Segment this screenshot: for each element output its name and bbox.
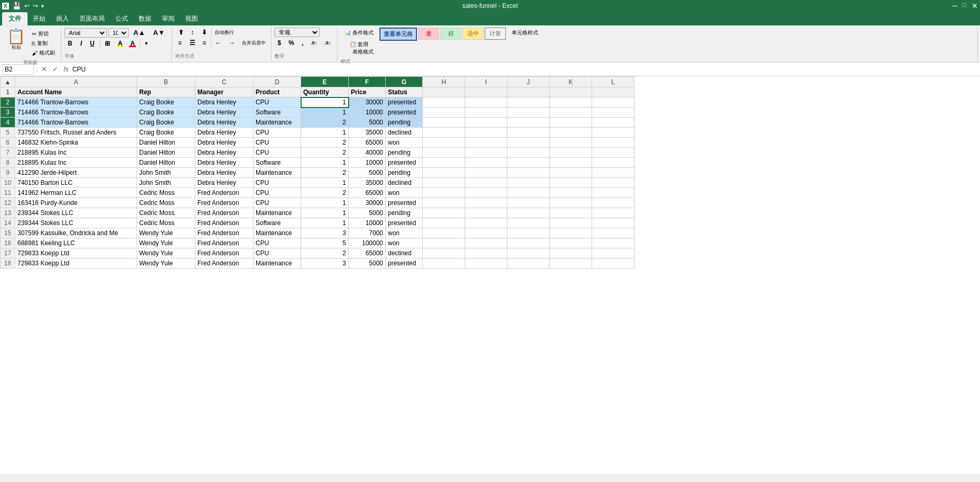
cell-11-f[interactable]: 65000 [349, 188, 386, 198]
cell-14-a[interactable]: 239344 Stokes LLC [15, 218, 137, 228]
cell-18-h[interactable] [423, 258, 465, 269]
cell-12-j[interactable] [507, 198, 550, 208]
cell-11-g[interactable]: won [386, 188, 423, 198]
tab-home[interactable]: 开始 [28, 12, 51, 25]
col-header-j[interactable]: J [507, 77, 550, 87]
cell-6-g[interactable]: won [386, 138, 423, 148]
cell-5-l[interactable] [592, 128, 634, 138]
cell-2-d[interactable]: CPU [253, 97, 301, 108]
cancel-icon[interactable]: ✕ [40, 65, 49, 73]
cell-3-b[interactable]: Craig Booke [137, 108, 195, 118]
table-format-btn[interactable]: 📋 套用 表格格式 [341, 39, 377, 57]
cell-7-b[interactable]: Daniel Hilton [137, 148, 195, 158]
cell-8-g[interactable]: presented [386, 158, 423, 168]
underline-btn[interactable]: U [87, 39, 98, 48]
cell-4-k[interactable] [550, 118, 592, 128]
cell-4-b[interactable]: Craig Booke [137, 118, 195, 128]
cell-15-g[interactable]: won [386, 228, 423, 238]
cell-17-k[interactable] [550, 248, 592, 258]
col-header-l[interactable]: L [592, 77, 634, 87]
cell-5-g[interactable]: declined [386, 128, 423, 138]
cell-7-e[interactable]: 2 [301, 148, 349, 158]
cell-16-l[interactable] [592, 238, 634, 248]
cell-3-c[interactable]: Debra Henley [195, 108, 253, 118]
col-header-triangle[interactable]: ▲ [1, 77, 15, 87]
cell-9-k[interactable] [550, 168, 592, 178]
cell-8-b[interactable]: Daniel Hilton [137, 158, 195, 168]
cell-2-h[interactable] [423, 97, 465, 108]
cell-15-b[interactable]: Wendy Yule [137, 228, 195, 238]
cell-17-h[interactable] [423, 248, 465, 258]
cell-styles-btn[interactable]: 单元格样式 [508, 28, 542, 38]
cell-6-c[interactable]: Debra Henley [195, 138, 253, 148]
cell-14-l[interactable] [592, 218, 634, 228]
cell-7-h[interactable] [423, 148, 465, 158]
cell-5-h[interactable] [423, 128, 465, 138]
cell-3-l[interactable] [592, 108, 634, 118]
col-header-a[interactable]: A [15, 77, 137, 87]
cell-5-j[interactable] [507, 128, 550, 138]
row-header-11[interactable]: 11 [1, 188, 15, 198]
cell-5-e[interactable]: 1 [301, 128, 349, 138]
cell-14-i[interactable] [465, 218, 507, 228]
cell-4-e[interactable]: 2 [301, 118, 349, 128]
cell-11-c[interactable]: Fred Anderson [195, 188, 253, 198]
cell-13-j[interactable] [507, 208, 550, 218]
format-more-btn[interactable]: ▾ [142, 40, 151, 47]
cell-15-h[interactable] [423, 228, 465, 238]
italic-btn[interactable]: I [77, 39, 85, 48]
cell-12-g[interactable]: presented [386, 198, 423, 208]
cell-14-k[interactable] [550, 218, 592, 228]
increase-font-btn[interactable]: A▲ [130, 28, 148, 38]
style-query-cell[interactable]: 查看单元格 [379, 28, 417, 41]
cell-14-e[interactable]: 1 [301, 218, 349, 228]
cell-2-g[interactable]: presented [386, 97, 423, 108]
cell-11-i[interactable] [465, 188, 507, 198]
cell-18-k[interactable] [550, 258, 592, 269]
cell-7-k[interactable] [550, 148, 592, 158]
cell-17-c[interactable]: Fred Anderson [195, 248, 253, 258]
cell-4-c[interactable]: Debra Henley [195, 118, 253, 128]
row-header-13[interactable]: 13 [1, 208, 15, 218]
cell-8-j[interactable] [507, 158, 550, 168]
row-header-3[interactable]: 3 [1, 108, 15, 118]
cell-15-i[interactable] [465, 228, 507, 238]
row-header-12[interactable]: 12 [1, 198, 15, 208]
format-painter-button[interactable]: 🖌格式刷 [30, 49, 57, 57]
cell-4-i[interactable] [465, 118, 507, 128]
number-format-select[interactable]: 常规 [275, 28, 320, 37]
cell-10-b[interactable]: John Smith [137, 178, 195, 188]
cell-17-d[interactable]: CPU [253, 248, 301, 258]
cell-13-c[interactable]: Fred Anderson [195, 208, 253, 218]
cell-5-b[interactable]: Craig Booke [137, 128, 195, 138]
cell-2-c[interactable]: Debra Henley [195, 97, 253, 108]
cell-13-d[interactable]: Maintenance [253, 208, 301, 218]
cell-16-a[interactable]: 688981 Keeling LLC [15, 238, 137, 248]
cell-6-i[interactable] [465, 138, 507, 148]
cell-11-l[interactable] [592, 188, 634, 198]
cell-16-e[interactable]: 5 [301, 238, 349, 248]
row-header-16[interactable]: 16 [1, 238, 15, 248]
cell-13-g[interactable]: pending [386, 208, 423, 218]
cell-2-k[interactable] [550, 97, 592, 108]
cell-13-f[interactable]: 5000 [349, 208, 386, 218]
cell-9-e[interactable]: 2 [301, 168, 349, 178]
cell-18-d[interactable]: Maintenance [253, 258, 301, 269]
cell-10-k[interactable] [550, 178, 592, 188]
cell-11-k[interactable] [550, 188, 592, 198]
cell-8-c[interactable]: Debra Henley [195, 158, 253, 168]
style-calc-cell[interactable]: 计算 [485, 28, 506, 40]
cell-18-f[interactable]: 5000 [349, 258, 386, 269]
cell-13-i[interactable] [465, 208, 507, 218]
cell-12-b[interactable]: Cedric Moss [137, 198, 195, 208]
font-size-select[interactable]: 10 [108, 28, 129, 38]
cell-reference[interactable] [2, 64, 34, 75]
cell-2-e[interactable]: 1 [301, 97, 349, 108]
cell-6-a[interactable]: 146832 Kiehn-Spinka [15, 138, 137, 148]
cell-15-c[interactable]: Fred Anderson [195, 228, 253, 238]
cell-5-d[interactable]: CPU [253, 128, 301, 138]
cell-18-j[interactable] [507, 258, 550, 269]
cell-17-g[interactable]: declined [386, 248, 423, 258]
cell-15-e[interactable]: 3 [301, 228, 349, 238]
cell-8-e[interactable]: 1 [301, 158, 349, 168]
